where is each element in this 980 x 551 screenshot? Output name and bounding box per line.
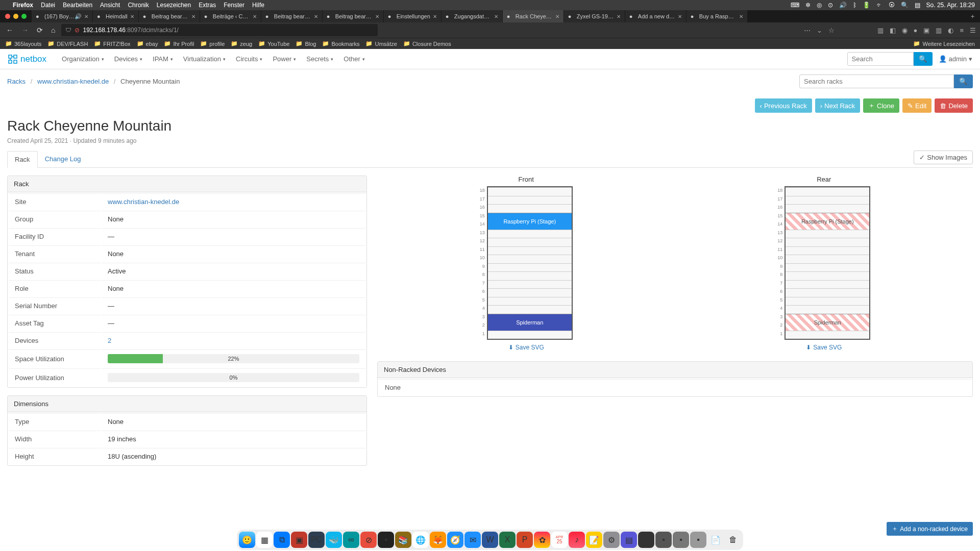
close-tab-icon[interactable]: ✕ — [739, 14, 743, 19]
sidebar-icon[interactable]: ◧ — [890, 27, 896, 34]
close-tab-icon[interactable]: ✕ — [494, 14, 498, 19]
nav-item[interactable]: Secrets ▾ — [301, 55, 338, 63]
display-icon[interactable]: ⊙ — [828, 2, 833, 9]
browser-tab[interactable]: ●Add a new devi✕ — [625, 10, 687, 22]
browser-tab[interactable]: ●Buy a Raspberr✕ — [687, 10, 748, 22]
browser-tab[interactable]: ●Beitrag bearbei✕ — [139, 10, 200, 22]
wifi-icon[interactable]: ᯤ — [876, 2, 883, 9]
bookmark-item[interactable]: 📁 DEV/FLASH — [47, 40, 88, 47]
hamburger-icon[interactable]: ☰ — [970, 27, 976, 34]
menu-hilfe[interactable]: Hilfe — [252, 2, 264, 9]
bookmark-item[interactable]: 📁 Bookmarks — [322, 40, 359, 47]
url-bar[interactable]: 🛡 ⊘ 192.168.178.46:8097/dcim/racks/1/ — [61, 24, 378, 36]
bookmark-item[interactable]: 📁 zeug — [231, 40, 252, 47]
close-window-icon[interactable] — [5, 14, 10, 19]
menu-fenster[interactable]: Fenster — [224, 2, 244, 9]
clock[interactable]: So. 25. Apr. 18:29 — [926, 2, 975, 9]
bookmark-item[interactable]: 📁 FRITZ!Box — [94, 40, 130, 47]
back-button[interactable]: ← — [4, 26, 15, 34]
bluetooth-icon[interactable]: ᛒ — [853, 2, 856, 9]
reload-button[interactable]: ⟳ — [35, 26, 45, 34]
ext5-icon[interactable]: ≡ — [960, 27, 964, 34]
fan-icon[interactable]: ✲ — [805, 2, 811, 9]
nav-item[interactable]: Organization ▾ — [57, 55, 109, 63]
close-tab-icon[interactable]: ✕ — [678, 14, 682, 19]
bookmark-item[interactable]: 📁 ebay — [137, 40, 158, 47]
menu-bearbeiten[interactable]: Bearbeiten — [63, 2, 92, 9]
browser-tab[interactable]: ●Heimdall✕ — [93, 10, 139, 22]
window-controls[interactable] — [0, 14, 32, 19]
home-button[interactable]: ⌂ — [49, 26, 57, 34]
ext2-icon[interactable]: ▣ — [923, 27, 929, 34]
bookmark-item[interactable]: 📁 Blog — [296, 40, 316, 47]
ext4-icon[interactable]: ◐ — [948, 27, 953, 34]
ext3-icon[interactable]: ▥ — [936, 27, 942, 34]
menu-ansicht[interactable]: Ansicht — [100, 2, 120, 9]
keyboard-icon[interactable]: ⌨ — [791, 2, 799, 9]
close-tab-icon[interactable]: ✕ — [314, 14, 318, 19]
close-tab-icon[interactable]: ✕ — [433, 14, 437, 19]
tab-label: Buy a Raspberr — [699, 13, 737, 19]
new-tab-button[interactable]: ＋ — [965, 12, 980, 21]
control-center-icon[interactable]: ⦿ — [889, 2, 895, 9]
sync-icon[interactable]: ◎ — [817, 2, 822, 9]
minimize-window-icon[interactable] — [13, 14, 18, 19]
browser-tab[interactable]: ●Rack Cheyenne✕ — [503, 10, 564, 22]
spotlight-icon[interactable]: 🔍 — [901, 2, 909, 9]
bookmark-item[interactable]: 📁 Closure Demos — [403, 40, 451, 47]
close-tab-icon[interactable]: ✕ — [191, 14, 195, 19]
siri-icon[interactable]: ▤ — [915, 2, 920, 9]
nav-item[interactable]: Circuits ▾ — [231, 55, 267, 63]
close-tab-icon[interactable]: ✕ — [617, 14, 621, 19]
user-menu[interactable]: 👤 admin ▾ — [939, 55, 972, 63]
maximize-window-icon[interactable] — [21, 14, 27, 19]
bookmark-item[interactable]: 📁 Ihr Profil — [164, 40, 194, 47]
battery-icon[interactable]: 🔋 — [863, 2, 870, 9]
account-icon[interactable]: ◉ — [902, 27, 908, 34]
global-search[interactable]: 🔍 — [847, 52, 933, 66]
close-tab-icon[interactable]: ✕ — [253, 14, 257, 19]
shield-icon[interactable]: 🛡 — [65, 27, 71, 34]
nav-item[interactable]: Virtualization ▾ — [178, 55, 231, 63]
bookmark-item[interactable]: 📁 Umsätze — [365, 40, 397, 47]
pocket-icon[interactable]: ⌄ — [817, 27, 822, 34]
browser-tab[interactable]: ●Zyxel GS-1924✕ — [564, 10, 625, 22]
bookmark-item[interactable]: 📁 YouTube — [258, 40, 289, 47]
browser-tab[interactable]: ●Beitrag bearbei✕ — [323, 10, 384, 22]
close-tab-icon[interactable]: ✕ — [555, 14, 559, 19]
browser-tab[interactable]: ●(167) Boysel🔊✕ — [32, 10, 93, 22]
library-icon[interactable]: ▥ — [877, 27, 884, 34]
bookmark-star-icon[interactable]: ☆ — [828, 27, 835, 34]
bookmark-more[interactable]: 📁 Weitere Lesezeichen — [913, 40, 975, 47]
menu-lesezeichen[interactable]: Lesezeichen — [157, 2, 191, 9]
browser-tab[interactable]: ●Beiträge ‹ Chris✕ — [200, 10, 261, 22]
app-name[interactable]: Firefox — [13, 2, 33, 9]
bookmarks-bar: 📁 365layouts📁 DEV/FLASH📁 FRITZ!Box📁 ebay… — [0, 38, 980, 49]
menu-chronik[interactable]: Chronik — [128, 2, 149, 9]
menu-datei[interactable]: Datei — [41, 2, 55, 9]
favicon-icon: ● — [388, 13, 394, 19]
close-tab-icon[interactable]: ✕ — [130, 14, 134, 19]
browser-tab[interactable]: ●Beitrag bearbei✕ — [261, 10, 323, 22]
nav-item[interactable]: IPAM ▾ — [148, 55, 178, 63]
close-tab-icon[interactable]: ✕ — [84, 14, 88, 19]
nav-item[interactable]: Other ▾ — [338, 55, 370, 63]
lock-icon[interactable]: ⊘ — [75, 27, 80, 34]
more-icon[interactable]: ⋯ — [804, 27, 811, 34]
close-tab-icon[interactable]: ✕ — [375, 14, 379, 19]
global-search-button[interactable]: 🔍 — [914, 52, 933, 66]
tab-label: Rack Cheyenne — [516, 13, 553, 19]
nav-item[interactable]: Power ▾ — [267, 55, 301, 63]
favicon-icon: ● — [204, 13, 210, 19]
audio-icon[interactable]: 🔊 — [75, 13, 82, 20]
nav-item[interactable]: Devices ▾ — [109, 55, 148, 63]
browser-tab[interactable]: ●Einstellungen✕ — [384, 10, 442, 22]
bookmark-item[interactable]: 📁 365layouts — [5, 40, 41, 47]
netbox-logo[interactable]: netbox — [8, 54, 46, 64]
browser-tab[interactable]: ●Zugangsdaten u✕ — [442, 10, 503, 22]
volume-icon[interactable]: 🔊 — [839, 2, 847, 9]
ext1-icon[interactable]: ● — [914, 27, 918, 34]
global-search-input[interactable] — [847, 52, 914, 66]
bookmark-item[interactable]: 📁 profile — [200, 40, 225, 47]
menu-extras[interactable]: Extras — [199, 2, 216, 9]
